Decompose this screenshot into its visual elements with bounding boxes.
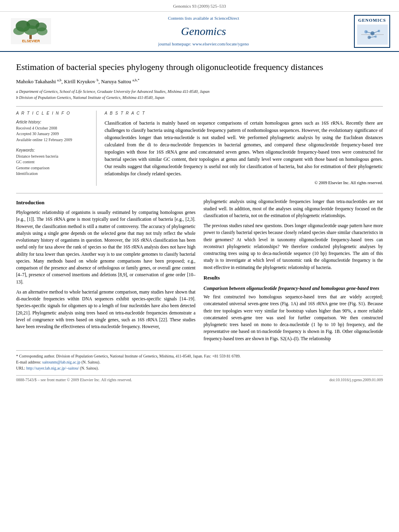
- body-section: Introduction Phylogenetic relationship o…: [16, 193, 383, 345]
- article-info-column: A R T I C L E I N F O Article history: R…: [16, 111, 97, 186]
- sciencedirect-link: Contents lists available at ScienceDirec…: [168, 15, 239, 22]
- accepted-date: Accepted 30 January 2009: [16, 131, 90, 137]
- svg-text:ELSEVIER: ELSEVIER: [22, 39, 40, 43]
- email-person: (N. Saitou).: [82, 360, 101, 364]
- results-heading: Results: [204, 274, 383, 282]
- affiliations: a Department of Genetics, School of Life…: [16, 88, 383, 101]
- keywords-block: Keywords: Distance between bacteria GC c…: [16, 148, 90, 177]
- main-content: Estimation of bacterial species phylogen…: [0, 52, 399, 391]
- url-label: URL:: [16, 366, 25, 370]
- author-mahoko-sup: a,b: [57, 78, 62, 82]
- body-left-column: Introduction Phylogenetic relationship o…: [16, 198, 195, 345]
- email-address[interactable]: saitounm@lab.nig.ac.jp: [42, 360, 80, 364]
- results-para: We first constructed two homologous sequ…: [204, 294, 383, 342]
- right-para-1: phylogenetic analysis using oligonucleot…: [204, 198, 383, 219]
- info-abstract-section: A R T I C L E I N F O Article history: R…: [16, 106, 383, 186]
- journal-center: Contents lists available at ScienceDirec…: [57, 15, 350, 48]
- keywords-label: Keywords:: [16, 148, 90, 154]
- right-para-2: The previous studies raised new question…: [204, 222, 383, 271]
- footnotes: * Corresponding author. Division of Popu…: [16, 350, 383, 371]
- body-right-column: phylogenetic analysis using oligonucleot…: [204, 198, 383, 345]
- available-date: Available online 12 February 2009: [16, 137, 90, 143]
- received-date: Received 4 October 2008: [16, 125, 90, 131]
- email-line: E-mail address: saitounm@lab.nig.ac.jp (…: [16, 359, 383, 365]
- abstract-column: A B S T R A C T Classification of bacter…: [105, 111, 383, 186]
- journal-logo-right: GENOMICS: [350, 15, 394, 48]
- keyword-3: Genome comparison: [16, 165, 90, 171]
- keyword-2: GC content: [16, 159, 90, 165]
- url-line: URL: http://sayer.lab.nig.ac.jp/~saitou/…: [16, 365, 383, 371]
- sciencedirect-name[interactable]: ScienceDirect: [214, 16, 239, 21]
- article-history: Article history: Received 4 October 2008…: [16, 119, 90, 143]
- results-subheading: Comparison between oligonucleotide frequ…: [204, 285, 383, 292]
- corresponding-note: * Corresponding author. Division of Popu…: [16, 353, 383, 359]
- introduction-heading: Introduction: [16, 199, 195, 207]
- journal-title: Genomics: [181, 23, 226, 40]
- page-footer: 0888-7543/$ – see front matter © 2009 El…: [16, 375, 383, 383]
- intro-para-2: As an alternative method to whole bacter…: [16, 289, 195, 331]
- page: Genomics 93 (2009) 525–533 ELSEVIER: [0, 0, 399, 532]
- svg-point-4: [13, 27, 25, 35]
- url-link[interactable]: http://sayer.lab.nig.ac.jp/~saitou/: [26, 366, 79, 370]
- history-label: Article history:: [16, 119, 90, 125]
- intro-para-1: Phylogenetic relationship of organisms i…: [16, 209, 195, 286]
- citation-bar: Genomics 93 (2009) 525–533: [0, 0, 399, 12]
- url-person: (N. Saitou).: [80, 366, 99, 370]
- affiliation-a: a Department of Genetics, School of Life…: [16, 88, 383, 94]
- keyword-4: Identification: [16, 171, 90, 177]
- genomics-badge-image: [357, 25, 388, 45]
- author-naruya-sup: a,b,*: [132, 78, 140, 82]
- copyright: © 2009 Elsevier Inc. All rights reserved…: [105, 180, 383, 186]
- issn-info: 0888-7543/$ – see front matter © 2009 El…: [16, 377, 132, 383]
- author-mahoko: Mahoko Takahashi: [16, 79, 57, 85]
- doi-info: doi:10.1016/j.ygeno.2009.01.009: [329, 377, 383, 383]
- abstract-label: A B S T R A C T: [105, 111, 383, 117]
- genomics-badge-title: GENOMICS: [357, 17, 387, 24]
- citation-text: Genomics 93 (2009) 525–533: [173, 4, 226, 8]
- affiliation-b: b Division of Population Genetics, Natio…: [16, 94, 383, 101]
- elsevier-logo-container: ELSEVIER: [5, 15, 57, 48]
- keyword-1: Distance between bacteria: [16, 154, 90, 160]
- article-info-label: A R T I C L E I N F O: [16, 111, 90, 117]
- svg-point-5: [24, 25, 38, 35]
- svg-point-6: [37, 27, 47, 35]
- journal-homepage[interactable]: journal homepage: www.elsevier.com/locat…: [158, 41, 249, 47]
- elsevier-logo-svg: ELSEVIER: [11, 18, 51, 44]
- authors-line: Mahoko Takahashi a,b, Kirill Kryukov b, …: [16, 78, 383, 86]
- contents-text: Contents lists available at: [168, 16, 213, 21]
- abstract-text: Classification of bacteria is mainly bas…: [105, 119, 383, 177]
- article-title: Estimation of bacterial species phylogen…: [16, 62, 383, 73]
- author-sep1: , Kirill Kryukov: [62, 79, 97, 85]
- journal-header: ELSEVIER Contents lists available at Sci…: [0, 12, 399, 52]
- author-sep2: , Naruya Saitou: [99, 79, 132, 85]
- email-label: E-mail address:: [16, 360, 41, 364]
- genomics-badge: GENOMICS: [354, 15, 390, 48]
- svg-rect-7: [29, 35, 32, 39]
